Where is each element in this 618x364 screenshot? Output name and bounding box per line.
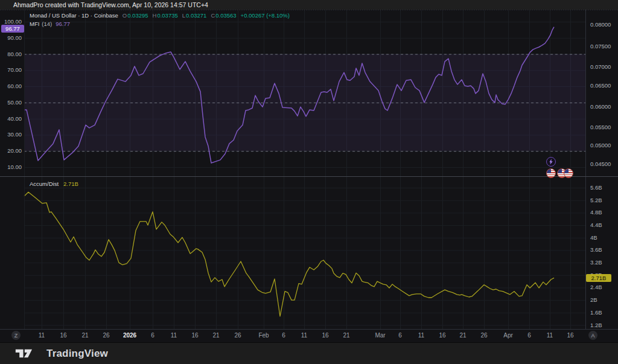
tradingview-chart-snapshot: AhmadPro created with TradingView.com, A… (0, 0, 618, 364)
time-axis-label: 6 (151, 332, 154, 339)
time-axis-label: 16 (322, 332, 328, 339)
time-axis-label: 11 (547, 332, 553, 339)
accum-scale-label: 4B (590, 235, 597, 241)
symbol-title: Monad / US Dollar · 1D · Coinbase (30, 12, 118, 19)
time-axis-label: 11 (171, 332, 177, 339)
time-axis-label: 6 (398, 332, 402, 339)
mfi-scale-label: 90.00 (0, 35, 22, 41)
time-axis-label: 2026 (123, 332, 136, 339)
accum-scale-label: 2.4B (590, 284, 602, 290)
accum-dist-current-value: 2.71B (63, 180, 78, 187)
accum-scale-label: 3.6B (590, 247, 602, 253)
time-axis-label: 16 (191, 332, 198, 339)
time-axis-label: 16 (567, 332, 573, 339)
tradingview-logo-icon[interactable] (14, 347, 39, 360)
mfi-left-scale[interactable]: 100.0090.0080.0070.0060.0050.0040.0030.0… (0, 10, 24, 329)
time-axis-label: 21 (459, 332, 466, 339)
mfi-scale-label: 70.00 (0, 67, 22, 73)
mfi-legend[interactable]: MFI (14) 96.77 (30, 21, 70, 27)
time-axis-label: 21 (81, 332, 88, 339)
mfi-scale-label: 80.00 (0, 51, 22, 57)
mfi-title: MFI (30, 21, 39, 27)
time-axis-label: 6 (527, 332, 531, 339)
accum-dist-legend[interactable]: Accum/Dist 2.71B (30, 180, 78, 187)
tradingview-brand[interactable]: TradingView (46, 348, 108, 360)
accum-scale-label: 4.8B (590, 209, 602, 216)
mfi-params: (14) (42, 21, 52, 27)
mfi-scale-label: 50.00 (0, 100, 22, 106)
mfi-current-value: 96.77 (56, 21, 70, 27)
time-axis-label: 11 (418, 332, 424, 339)
symbol-legend[interactable]: Monad / US Dollar · 1D · Coinbase O0.032… (30, 12, 290, 19)
price-scale-label: 0.04500 (590, 161, 611, 167)
ohlc-close: C0.03563 (211, 12, 236, 19)
accum-scale-label: 3.2B (590, 260, 602, 266)
mfi-scale-label: 60.00 (0, 83, 22, 89)
price-scale-label: 0.06000 (590, 104, 611, 110)
accum-scale-label: 1.6B (590, 310, 602, 316)
time-axis-label: 26 (480, 332, 487, 339)
time-axis-label: 11 (39, 332, 45, 339)
ohlc-high: H0.03735 (153, 12, 178, 19)
price-scale-label: 0.06500 (590, 83, 611, 89)
chart-canvas[interactable] (0, 0, 618, 342)
price-scale-label: 0.07000 (590, 64, 611, 70)
price-scale-label: 0.05500 (590, 124, 611, 130)
accum-value-badge: 2.71B (586, 274, 611, 282)
ohlc-low: L0.03271 (182, 12, 207, 19)
mfi-value-badge: 96.77 (1, 25, 24, 33)
price-scale-label: 0.05000 (590, 142, 611, 148)
time-axis[interactable]: Z A 111621262026611162126Feb6111621Mar61… (0, 329, 618, 342)
mfi-scale-label: 20.00 (0, 148, 22, 154)
chart-plot-area[interactable]: Monad / US Dollar · 1D · Coinbase O0.032… (0, 0, 618, 342)
time-axis-label: 16 (60, 332, 66, 339)
price-scale-label: 0.07500 (590, 43, 611, 49)
time-axis-label: Apr (503, 332, 513, 339)
time-axis-label: 26 (234, 332, 241, 339)
time-axis-label: Mar (375, 332, 385, 339)
price-scale-label: 0.08000 (590, 22, 611, 28)
accum-scale-label: 2B (590, 297, 597, 303)
accum-dist-title: Accum/Dist (30, 180, 59, 187)
us-flag-event-icon[interactable] (546, 168, 556, 178)
time-axis-label: 26 (103, 332, 109, 339)
change-value: +0.00267 (+8.10%) (241, 12, 290, 19)
us-flag-event-icon[interactable] (564, 168, 573, 178)
mfi-scale-label: 30.00 (0, 132, 22, 138)
time-axis-label: 11 (301, 332, 307, 339)
time-axis-label: 21 (343, 332, 349, 339)
time-axis-label: 16 (439, 332, 445, 339)
mfi-scale-label: 10.00 (0, 164, 22, 170)
time-axis-label: 21 (212, 332, 219, 339)
event-lightning-icon[interactable] (546, 157, 556, 167)
accum-scale-label: 4.4B (590, 222, 602, 228)
ohlc-open: O0.03295 (123, 12, 148, 19)
time-axis-label: 6 (282, 332, 285, 339)
time-axis-label: Feb (258, 332, 269, 339)
auto-scale-badge[interactable]: A (588, 331, 597, 340)
footer-bar: TradingView (0, 342, 618, 364)
accum-scale-label: 1.2B (590, 322, 602, 328)
accum-scale-label: 5.2B (590, 197, 602, 203)
accum-scale-label: 5.6B (590, 185, 602, 191)
mfi-scale-label: 100.00 (0, 19, 22, 25)
mfi-scale-label: 40.00 (0, 116, 22, 122)
timezone-badge[interactable]: Z (11, 331, 21, 340)
